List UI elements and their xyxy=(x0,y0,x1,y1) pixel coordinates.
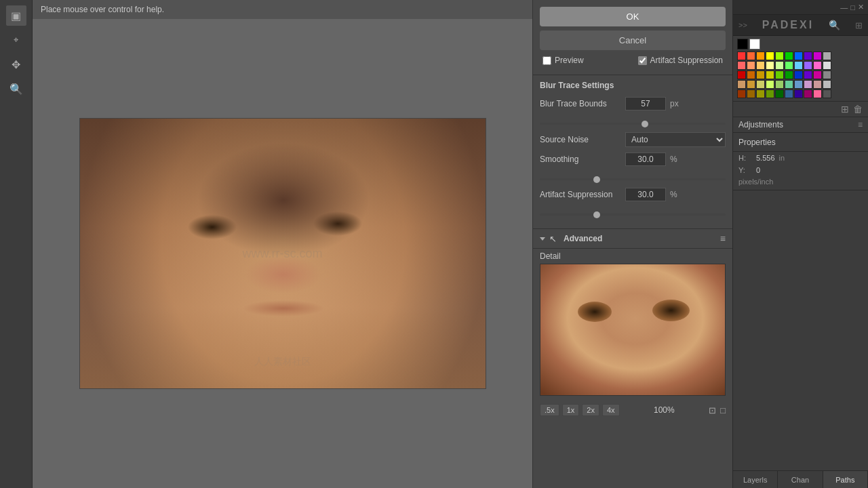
color-swatch[interactable] xyxy=(813,61,822,70)
color-swatch[interactable] xyxy=(775,70,784,79)
color-swatch[interactable] xyxy=(823,80,831,89)
select-tool-btn[interactable]: ▣ xyxy=(6,5,26,26)
paths-tab-label: Paths xyxy=(835,476,854,484)
move-tool-btn[interactable]: ✥ xyxy=(6,54,26,75)
main-image-preview: www.rr-sc.com 人人素材社区 xyxy=(79,118,486,389)
artifact-suppression-slider[interactable] xyxy=(540,214,726,216)
color-swatch[interactable] xyxy=(823,70,831,79)
zoom-actual-icon[interactable]: □ xyxy=(720,405,726,415)
blur-trace-bounds-slider[interactable] xyxy=(540,123,726,125)
tab-channels[interactable]: Chan xyxy=(778,471,823,488)
color-swatch[interactable] xyxy=(785,61,793,70)
color-swatch[interactable] xyxy=(766,52,774,60)
white-swatch[interactable] xyxy=(749,39,760,49)
color-row-1 xyxy=(737,52,864,60)
advanced-icons: ≡ xyxy=(720,233,726,244)
color-swatch[interactable] xyxy=(756,70,765,79)
close-icon[interactable]: ✕ xyxy=(858,3,864,12)
color-swatch[interactable] xyxy=(766,61,774,70)
color-swatch[interactable] xyxy=(747,61,755,70)
adjustments-menu-icon[interactable]: ≡ xyxy=(858,120,863,129)
color-swatch[interactable] xyxy=(737,61,746,70)
color-swatch[interactable] xyxy=(775,52,784,60)
grid-icon[interactable]: ⊞ xyxy=(855,20,863,30)
color-swatch[interactable] xyxy=(823,89,831,98)
color-swatch[interactable] xyxy=(813,80,822,89)
advanced-header[interactable]: ↖ Advanced ≡ xyxy=(540,233,726,244)
artifact-suppression-slider-container xyxy=(540,207,726,223)
zoom-1x-button[interactable]: 1x xyxy=(562,404,580,416)
tab-layers[interactable]: Layer ls xyxy=(733,471,778,488)
color-swatch[interactable] xyxy=(804,80,812,89)
color-swatch[interactable] xyxy=(737,70,746,79)
source-noise-select[interactable]: Auto Low Medium High xyxy=(625,132,726,147)
zoom-tool-btn[interactable]: 🔍 xyxy=(6,79,26,99)
color-swatch[interactable] xyxy=(813,70,822,79)
color-swatch[interactable] xyxy=(747,89,755,98)
lasso-tool-btn[interactable]: ⌖ xyxy=(6,30,26,50)
zoom-4x-button[interactable]: 4x xyxy=(602,404,620,416)
expand-icon[interactable]: >> xyxy=(738,21,747,29)
color-swatch[interactable] xyxy=(785,89,793,98)
smoothing-input[interactable] xyxy=(625,152,666,166)
color-swatch[interactable] xyxy=(794,70,803,79)
add-icon[interactable]: ⊞ xyxy=(841,104,849,115)
preview-checkbox[interactable] xyxy=(542,56,551,65)
zoom-fit-icon[interactable]: ⊡ xyxy=(709,405,716,415)
color-swatch[interactable] xyxy=(794,52,803,60)
color-swatch[interactable] xyxy=(804,52,812,60)
artifact-suppression-checkbox-label[interactable]: Artifact Suppression xyxy=(638,56,723,65)
color-swatch[interactable] xyxy=(804,89,812,98)
color-swatch[interactable] xyxy=(775,80,784,89)
zoom-half-button[interactable]: .5x xyxy=(540,404,559,416)
maximize-icon[interactable]: □ xyxy=(850,3,855,12)
artifact-suppression-checkbox[interactable] xyxy=(638,56,647,65)
color-swatch[interactable] xyxy=(756,52,765,60)
color-swatch[interactable] xyxy=(737,52,746,60)
black-swatch[interactable] xyxy=(737,39,748,49)
zoom-2x-button[interactable]: 2x xyxy=(582,404,599,416)
color-swatch[interactable] xyxy=(747,70,755,79)
cancel-button[interactable]: Cancel xyxy=(540,30,726,50)
color-swatch[interactable] xyxy=(775,61,784,70)
color-swatch[interactable] xyxy=(785,52,793,60)
artifact-suppression-unit: % xyxy=(670,190,684,199)
color-swatch[interactable] xyxy=(813,89,822,98)
color-swatch[interactable] xyxy=(747,52,755,60)
color-swatch[interactable] xyxy=(813,52,822,60)
blur-trace-bounds-input[interactable] xyxy=(625,97,666,110)
color-swatch[interactable] xyxy=(737,80,746,89)
advanced-list-icon[interactable]: ≡ xyxy=(720,233,726,244)
minimize-icon[interactable]: — xyxy=(840,3,848,12)
color-swatch[interactable] xyxy=(794,80,803,89)
trash-icon[interactable]: 🗑 xyxy=(853,104,863,115)
color-swatch[interactable] xyxy=(785,70,793,79)
color-swatch[interactable] xyxy=(766,70,774,79)
color-swatch[interactable] xyxy=(775,89,784,98)
color-swatch[interactable] xyxy=(756,80,765,89)
color-swatch[interactable] xyxy=(804,70,812,79)
smoothing-unit: % xyxy=(670,155,684,164)
color-swatch[interactable] xyxy=(756,89,765,98)
color-swatch[interactable] xyxy=(766,80,774,89)
ok-button[interactable]: OK xyxy=(540,7,726,26)
smoothing-slider[interactable] xyxy=(540,178,726,180)
color-swatch[interactable] xyxy=(794,61,803,70)
color-swatch[interactable] xyxy=(737,89,746,98)
color-swatch[interactable] xyxy=(794,89,803,98)
artifact-suppression-input[interactable] xyxy=(625,188,666,201)
smoothing-row: Smoothing % xyxy=(540,152,726,166)
color-swatch[interactable] xyxy=(785,80,793,89)
color-swatch[interactable] xyxy=(756,61,765,70)
artifact-suppression-label: Artifact Suppression xyxy=(650,56,723,65)
color-swatch[interactable] xyxy=(747,80,755,89)
preview-checkbox-label[interactable]: Preview xyxy=(542,56,584,65)
blur-trace-bounds-unit: px xyxy=(670,99,684,108)
color-swatch[interactable] xyxy=(823,52,831,60)
color-swatch[interactable] xyxy=(804,61,812,70)
cursor-indicator: ↖ xyxy=(549,234,557,244)
tab-paths[interactable]: Paths xyxy=(823,471,868,488)
color-swatch[interactable] xyxy=(766,89,774,98)
color-swatch[interactable] xyxy=(823,61,831,70)
search-icon[interactable]: 🔍 xyxy=(829,20,840,30)
